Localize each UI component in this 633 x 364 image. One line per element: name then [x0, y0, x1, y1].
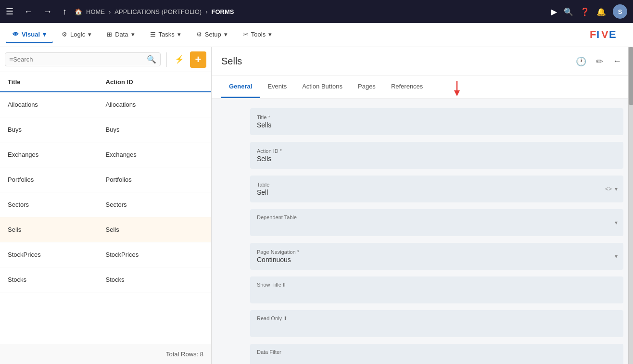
table-row[interactable]: Buys Buys: [0, 117, 211, 142]
table-row-selected[interactable]: Sells Sells: [0, 217, 211, 242]
data-filter-card[interactable]: Data Filter _: [250, 344, 623, 364]
tab-tasks[interactable]: ☰ Tasks ▾: [143, 27, 188, 43]
bell-button[interactable]: 🔔: [596, 7, 606, 16]
tab-setup[interactable]: ⚙ Setup ▾: [190, 27, 234, 43]
menu-icon[interactable]: ☰: [6, 6, 13, 17]
action-id-value: Sells: [257, 155, 617, 163]
tabs-bar: General Events Action Buttons Pages Refe…: [212, 76, 633, 99]
table-footer: Total Rows: 8: [0, 344, 211, 364]
add-button[interactable]: +: [190, 51, 206, 68]
table-row[interactable]: Allocations Allocations: [0, 92, 211, 117]
tab-events[interactable]: Events: [260, 76, 294, 98]
logic-caret: ▾: [88, 31, 91, 38]
tab-action-buttons[interactable]: Action Buttons: [294, 76, 350, 98]
topbar-right: ▶ 🔍 ❓ 🔔 S: [551, 4, 627, 19]
edit-button[interactable]: ✏: [594, 54, 605, 69]
row-title: StockPrices: [8, 251, 106, 258]
form-title: Sells: [221, 56, 574, 67]
dependent-table-dropdown-icons: ▾: [615, 219, 618, 226]
search-box[interactable]: ≡ 🔍: [5, 52, 161, 66]
left-panel: ≡ 🔍 ⚡ + Title Action ID Allocations Allo…: [0, 47, 212, 364]
table-value: Sell: [257, 188, 617, 196]
dependent-table-card[interactable]: Dependent Table _ ▾: [250, 209, 623, 236]
svg-text:V: V: [601, 28, 608, 40]
arrow-annotation: [447, 80, 467, 99]
row-title: Buys: [8, 126, 106, 133]
forms-label[interactable]: FORMS: [212, 8, 234, 15]
secondbar: 👁 Visual ▾ ⚙ Logic ▾ ⊞ Data ▾ ☰ Tasks ▾ …: [0, 23, 633, 47]
search-button[interactable]: 🔍: [564, 7, 573, 16]
setup-icon: ⚙: [196, 31, 202, 38]
read-only-if-card[interactable]: Read Only If _: [250, 310, 623, 337]
show-title-if-value: _: [257, 289, 617, 298]
read-only-if-value: _: [257, 322, 617, 332]
column-title-header: Title: [8, 78, 106, 86]
up-button[interactable]: ↑: [60, 5, 70, 19]
code-icon: <>: [605, 186, 612, 192]
table-row[interactable]: Exchanges Exchanges: [0, 142, 211, 167]
play-button[interactable]: ▶: [551, 7, 557, 16]
table-row[interactable]: StockPrices StockPrices: [0, 242, 211, 267]
five-logo: F I V E: [589, 26, 627, 44]
help-button[interactable]: ❓: [580, 7, 590, 16]
table-card[interactable]: Table Sell <> ▾: [250, 176, 623, 202]
row-action: Buys: [106, 126, 204, 133]
header-actions: 🕐 ✏ ←: [574, 54, 623, 69]
tab-references[interactable]: References: [383, 76, 430, 98]
row-action: StockPrices: [106, 251, 204, 258]
logic-label: Logic: [70, 31, 85, 38]
table-label: Table: [257, 182, 617, 188]
tab-pages[interactable]: Pages: [350, 76, 383, 98]
right-scrollbar[interactable]: [628, 47, 633, 364]
table-body: Allocations Allocations Buys Buys Exchan…: [0, 92, 211, 344]
apps-label[interactable]: APPLICATIONS (PORTFOLIO): [114, 8, 202, 15]
tab-visual[interactable]: 👁 Visual ▾: [6, 27, 53, 43]
row-title: Stocks: [8, 276, 106, 283]
show-title-if-label: Show Title If: [257, 282, 617, 288]
form-area: Title * Sells ? Action ID * Sells ? Tabl…: [212, 99, 633, 364]
table-row[interactable]: Portfolios Portfolios: [0, 167, 211, 192]
title-card[interactable]: Title * Sells: [250, 108, 623, 135]
history-button[interactable]: 🕐: [574, 54, 588, 69]
dropdown-caret-icon: ▾: [615, 253, 618, 260]
row-title: Sectors: [8, 201, 106, 208]
row-title: Allocations: [8, 101, 106, 108]
row-action: Exchanges: [106, 151, 204, 158]
avatar[interactable]: S: [613, 4, 627, 19]
svg-text:I: I: [596, 28, 599, 40]
row-title: Exchanges: [8, 151, 106, 158]
back-button[interactable]: ←: [21, 5, 36, 19]
topbar: ☰ ← → ↑ 🏠 HOME › APPLICATIONS (PORTFOLIO…: [0, 0, 633, 23]
read-only-if-field: Read Only If _ ?: [250, 310, 623, 337]
read-only-if-label: Read Only If: [257, 315, 617, 321]
dropdown-caret-icon: ▾: [615, 219, 618, 226]
table-row[interactable]: Stocks Stocks: [0, 267, 211, 292]
visual-caret: ▾: [43, 31, 46, 38]
dropdown-caret-icon: ▾: [615, 186, 618, 192]
forward-button[interactable]: →: [40, 5, 55, 19]
svg-text:E: E: [609, 28, 616, 40]
search-input[interactable]: [13, 56, 147, 63]
breadcrumb-sep-2: ›: [205, 8, 207, 15]
search-icon: ≡: [9, 56, 13, 63]
action-id-card[interactable]: Action ID * Sells: [250, 142, 623, 169]
tab-logic[interactable]: ⚙ Logic ▾: [55, 27, 98, 43]
home-icon: 🏠: [75, 8, 82, 15]
show-title-if-field: Show Title If _ ?: [250, 276, 623, 303]
tab-general[interactable]: General: [221, 76, 260, 98]
scrollbar-thumb[interactable]: [629, 47, 633, 105]
show-title-if-card[interactable]: Show Title If _: [250, 276, 623, 303]
tasks-icon: ☰: [150, 31, 156, 38]
dependent-table-label: Dependent Table: [257, 214, 617, 220]
close-button[interactable]: ←: [611, 54, 623, 69]
svg-marker-5: [454, 90, 460, 96]
home-label[interactable]: HOME: [86, 8, 105, 15]
row-action: Stocks: [106, 276, 204, 283]
page-navigation-card[interactable]: Page Navigation * Continuous ▾: [250, 243, 623, 270]
flash-button[interactable]: ⚡: [173, 53, 186, 66]
data-filter-field: Data Filter _ ?: [250, 344, 623, 364]
tab-tools[interactable]: ✂ Tools ▾: [236, 27, 279, 43]
search-magnifier-icon: 🔍: [147, 55, 156, 64]
tab-data[interactable]: ⊞ Data ▾: [100, 27, 141, 43]
table-row[interactable]: Sectors Sectors: [0, 192, 211, 217]
